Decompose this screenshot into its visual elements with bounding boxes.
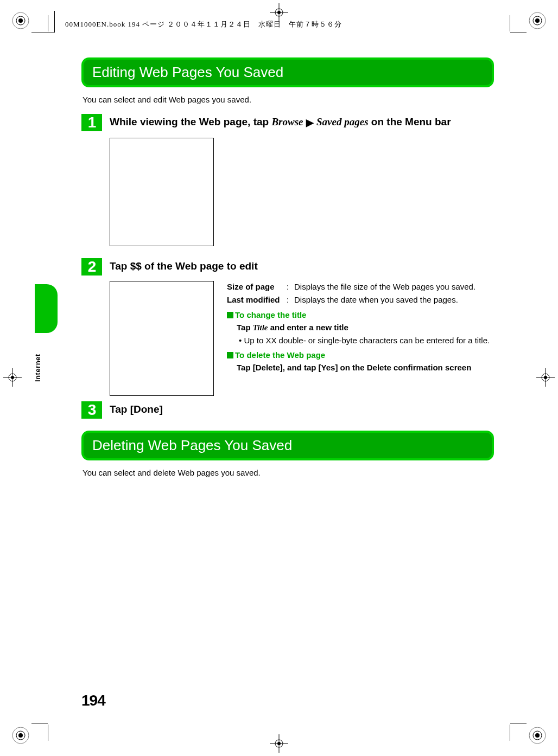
def-label-size: Size of page: [227, 281, 287, 293]
square-bullet-icon: [227, 352, 233, 358]
section-intro: You can select and delete Web pages you …: [83, 468, 494, 477]
sub-heading-change-title: To change the title: [227, 309, 494, 321]
crop-mark-icon: [527, 10, 548, 31]
svg-point-27: [277, 742, 281, 745]
section-thumb-tab-label: Internet: [34, 338, 42, 382]
crop-line: [510, 725, 510, 741]
crop-line: [31, 33, 48, 33]
section-thumb-tab: [35, 284, 58, 333]
svg-point-8: [18, 733, 23, 738]
crop-mark-icon: [10, 10, 31, 31]
page-content: Editing Web Pages You Saved You can sele…: [81, 54, 494, 487]
svg-point-23: [277, 11, 281, 14]
def-value-last-modified: Displays the date when you saved the pag…: [294, 294, 494, 306]
crop-mark-icon: [10, 725, 31, 746]
section-heading-deleting: Deleting Web Pages You Saved: [81, 431, 494, 460]
definition-list: Size of page : Displays the file size of…: [227, 281, 494, 396]
step-number-badge: 2: [81, 258, 102, 276]
crop-mark-icon: [3, 368, 22, 387]
arrow-right-icon: ▶: [306, 116, 314, 130]
step-2-title: Tap $$ of the Web page to edit: [110, 259, 494, 274]
instruction-delete-page: Tap [Delete], and tap [Yes] on the Delet…: [237, 362, 494, 373]
running-header: 00M1000EN.book 194 ページ ２００４年１１月２４日 水曜日 午…: [65, 20, 342, 29]
section-heading-text: Editing Web Pages You Saved: [84, 60, 492, 85]
step-1-title: While viewing the Web page, tap Browse ▶…: [110, 115, 494, 130]
crop-mark-icon: [270, 734, 288, 753]
step-3: 3 Tap [Done]: [81, 401, 494, 419]
crop-line: [54, 11, 55, 33]
screenshot-placeholder: [110, 138, 214, 246]
def-value-size: Displays the file size of the Web pages …: [294, 281, 494, 293]
step-2-columns: Size of page : Displays the file size of…: [110, 281, 494, 396]
step-3-title: Tap [Done]: [110, 402, 494, 417]
step-number-badge: 3: [81, 401, 102, 419]
bullet-note: Up to XX double- or single-byte characte…: [245, 335, 494, 346]
svg-point-5: [535, 18, 540, 23]
crop-mark-icon: [270, 3, 288, 22]
step-number-badge: 1: [81, 114, 102, 131]
crop-mark-icon: [527, 725, 548, 746]
def-label-last-modified: Last modified: [227, 294, 287, 306]
svg-point-11: [535, 733, 540, 738]
square-bullet-icon: [227, 312, 233, 318]
crop-line: [48, 15, 48, 31]
crop-mark-icon: [536, 368, 555, 387]
section-heading-editing: Editing Web Pages You Saved: [81, 57, 494, 87]
step-1: 1 While viewing the Web page, tap Browse…: [81, 114, 494, 131]
section-intro: You can select and edit Web pages you sa…: [83, 95, 494, 104]
svg-point-2: [18, 18, 23, 23]
instruction-change-title: Tap Title and enter a new title: [237, 322, 494, 334]
crop-line: [510, 723, 527, 723]
page-number: 194: [81, 692, 105, 709]
screenshot-placeholder: [110, 281, 214, 396]
svg-point-19: [544, 376, 547, 379]
step-2: 2 Tap $$ of the Web page to edit: [81, 258, 494, 276]
crop-line: [510, 15, 510, 31]
crop-line: [510, 33, 527, 33]
section-heading-text: Deleting Web Pages You Saved: [84, 433, 492, 458]
svg-point-15: [11, 376, 14, 379]
crop-line: [48, 725, 48, 741]
sub-heading-delete-page: To delete the Web page: [227, 349, 494, 361]
crop-line: [31, 723, 48, 723]
